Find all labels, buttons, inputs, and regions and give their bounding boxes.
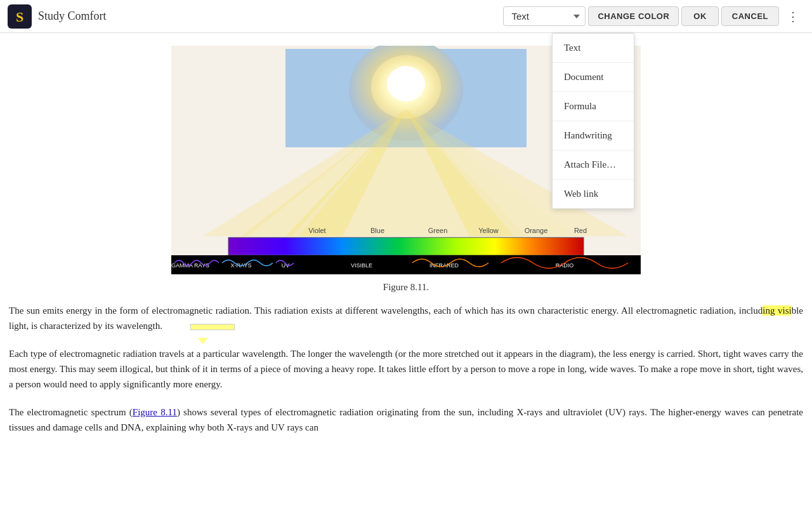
figure-container: Violet Blue Green Yellow Orange Red — [6, 46, 806, 293]
paragraph-3: The electromagnetic spectrum (Figure 8.1… — [6, 404, 806, 435]
svg-text:INFRARED: INFRARED — [429, 262, 459, 269]
paragraph-1-text: The sun emits energy in the form of elec… — [9, 305, 763, 316]
more-icon: ⋮ — [787, 9, 799, 24]
type-selector[interactable]: Text Document Formula Handwriting Attach… — [503, 6, 586, 26]
paragraph-3-start: The electromagnetic spectrum ( — [9, 407, 133, 417]
paragraph-2: Each type of electromagnetic radiation t… — [6, 346, 806, 392]
dropdown-item-attach-file[interactable]: Attach File… — [553, 150, 634, 180]
more-button[interactable]: ⋮ — [782, 5, 804, 28]
svg-text:VISIBLE: VISIBLE — [351, 262, 372, 269]
toolbar-right: Text Document Formula Handwriting Attach… — [503, 5, 804, 28]
tooltip-popup — [190, 324, 235, 330]
svg-text:Orange: Orange — [525, 227, 548, 234]
type-selector-container[interactable]: Text Document Formula Handwriting Attach… — [503, 6, 586, 26]
svg-text:Violet: Violet — [308, 227, 325, 234]
app-title: Study Comfort — [38, 10, 503, 23]
svg-text:Green: Green — [428, 227, 448, 234]
dropdown-item-web-link[interactable]: Web link — [553, 180, 634, 208]
paragraph-1: The sun emits energy in the form of elec… — [6, 303, 806, 333]
svg-rect-20 — [228, 237, 584, 255]
svg-text:Blue: Blue — [370, 227, 384, 234]
figure-link[interactable]: Figure 8.11 — [133, 407, 177, 417]
dropdown-item-text[interactable]: Text — [553, 34, 634, 63]
svg-text:Yellow: Yellow — [478, 227, 498, 234]
dropdown-item-document[interactable]: Document — [553, 63, 634, 92]
dropdown-item-formula[interactable]: Formula — [553, 92, 634, 121]
ok-button[interactable]: OK — [681, 6, 719, 26]
svg-point-6 — [387, 66, 425, 102]
toolbar: S Study Comfort Text Document Formula Ha… — [0, 0, 812, 33]
cancel-button[interactable]: CANCEL — [721, 6, 779, 26]
svg-text:Red: Red — [574, 227, 587, 234]
main-content: Violet Blue Green Yellow Orange Red — [0, 33, 812, 508]
tooltip-arrow — [198, 338, 208, 344]
app-logo: S — [8, 4, 32, 29]
figure-caption: Figure 8.11. — [6, 282, 806, 293]
dropdown-item-handwriting[interactable]: Handwriting — [553, 121, 634, 150]
highlighted-text: ing visi — [763, 305, 791, 316]
svg-text:S: S — [16, 9, 23, 25]
change-color-button[interactable]: CHANGE COLOR — [588, 6, 679, 26]
dropdown-menu: Text Document Formula Handwriting Attach… — [552, 33, 634, 209]
